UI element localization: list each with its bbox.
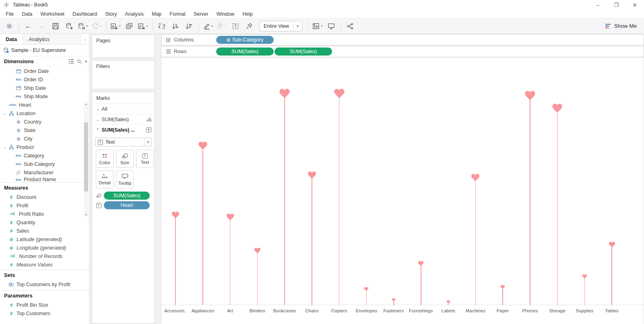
- dimension-order-id[interactable]: AbcOrder ID: [0, 75, 89, 84]
- dimension-heart[interactable]: =AbcHeart: [0, 101, 89, 109]
- rows-pill-0-sum-sales[interactable]: SUM(Sales): [216, 47, 274, 56]
- pages-shelf[interactable]: Pages: [92, 35, 155, 58]
- mark-stem-1[interactable]: [202, 150, 203, 305]
- show-mark-labels-icon[interactable]: T: [229, 20, 242, 32]
- x-axis-label-phones[interactable]: Phones: [516, 308, 544, 313]
- heart-mark-copiers[interactable]: [334, 89, 345, 99]
- x-axis-label-storage[interactable]: Storage: [543, 308, 572, 313]
- tab-data[interactable]: Data: [0, 34, 23, 44]
- mark-stem-6[interactable]: [339, 98, 340, 305]
- size-button[interactable]: Size: [116, 150, 134, 168]
- swap-rows-columns-icon[interactable]: [156, 20, 168, 32]
- columns-pill-sub-category[interactable]: ⊞Sub-Category: [216, 36, 274, 44]
- close-button[interactable]: ✕: [625, 0, 644, 10]
- dimension-state[interactable]: ⊕State: [0, 126, 89, 134]
- measure-measure-values[interactable]: #Measure Values: [0, 260, 89, 269]
- heart-mark-phones[interactable]: [524, 91, 536, 101]
- heart-mark-machines[interactable]: [471, 173, 480, 182]
- dimension-sub-category[interactable]: AbcSub-Category: [0, 160, 89, 168]
- dimension-country[interactable]: ⊕Country: [0, 118, 89, 126]
- show-me-button[interactable]: Show Me: [605, 23, 637, 29]
- heart-mark-appliances[interactable]: [198, 141, 208, 151]
- sort-descending-icon[interactable]: [183, 20, 195, 32]
- mark-stem-14[interactable]: [557, 113, 558, 305]
- filters-shelf[interactable]: Filters: [92, 60, 155, 89]
- x-axis-label-paper[interactable]: Paper: [489, 308, 517, 313]
- heart-mark-envelopes[interactable]: [364, 287, 369, 291]
- measure-quantity[interactable]: #Quantity: [0, 218, 89, 227]
- menu-window[interactable]: Window: [213, 10, 238, 19]
- show-hide-cards-icon[interactable]: ▾: [312, 20, 324, 32]
- scrollbar-thumb[interactable]: [84, 122, 88, 192]
- new-worksheet-icon[interactable]: ▾: [109, 20, 122, 32]
- caret-icon[interactable]: ⌃: [96, 128, 99, 132]
- dimension-order-date[interactable]: Order Date: [0, 67, 89, 75]
- x-axis-label-machines[interactable]: Machines: [461, 308, 489, 313]
- dimension-ship-mode[interactable]: AbcShip Mode: [0, 92, 89, 101]
- menu-format[interactable]: Format: [165, 10, 190, 19]
- heart-mark-labels[interactable]: [446, 300, 450, 304]
- measure-sales[interactable]: #Sales: [0, 227, 89, 235]
- menu-dashboard[interactable]: Dashboard: [68, 10, 101, 19]
- measure-number-of-records[interactable]: =#Number of Records: [0, 252, 89, 260]
- mark-stem-2[interactable]: [230, 220, 231, 305]
- color-button[interactable]: Color: [96, 150, 114, 168]
- x-axis-label-art[interactable]: Art: [216, 308, 244, 313]
- fit-caret-icon[interactable]: ▾: [293, 21, 302, 31]
- heart-mark-binders[interactable]: [254, 248, 261, 254]
- x-axis-label-copiers[interactable]: Copiers: [325, 308, 353, 313]
- scroll-up-icon[interactable]: ▲: [84, 101, 89, 106]
- save-icon[interactable]: [50, 20, 62, 32]
- expand-caret-icon[interactable]: ⌄: [3, 145, 6, 149]
- tableau-home-icon[interactable]: [3, 20, 15, 32]
- heart-mark-chairs[interactable]: [308, 171, 316, 180]
- mark-stem-0[interactable]: [175, 218, 176, 305]
- redo-icon[interactable]: →: [36, 20, 48, 32]
- parameter-profit-bin-size[interactable]: #Profit Bin Size: [0, 301, 89, 309]
- x-axis-label-chairs[interactable]: Chairs: [298, 308, 326, 313]
- columns-shelf[interactable]: Columns ⊞Sub-Category: [161, 34, 644, 45]
- x-axis-label-labels[interactable]: Labels: [434, 308, 462, 313]
- mark-stem-3[interactable]: [257, 253, 258, 305]
- x-axis-label-envelopes[interactable]: Envelopes: [352, 308, 380, 313]
- x-axis-label-fasteners[interactable]: Fasteners: [380, 308, 408, 313]
- restore-button[interactable]: ❐: [607, 0, 625, 10]
- fit-selector[interactable]: Entire View ▾: [259, 21, 302, 31]
- heart-mark-paper[interactable]: [500, 285, 505, 289]
- menu-analysis[interactable]: Analysis: [121, 10, 148, 19]
- x-axis-label-supplies[interactable]: Supplies: [570, 308, 599, 313]
- tooltip-button[interactable]: Tooltip: [116, 170, 134, 188]
- view-data-grid-icon[interactable]: [69, 59, 74, 64]
- undo-icon[interactable]: ←: [22, 20, 34, 32]
- menu-data[interactable]: Data: [18, 10, 36, 19]
- marks-card-row-2[interactable]: ⌃SUM(Sales) ...T: [92, 124, 155, 135]
- menu-help[interactable]: Help: [238, 10, 257, 19]
- mark-stem-11[interactable]: [475, 181, 476, 305]
- measure-latitude-generated-[interactable]: ⊕Latitude (generated): [0, 235, 89, 244]
- detail-button[interactable]: Detail: [96, 170, 114, 188]
- mark-stem-16[interactable]: [611, 247, 612, 305]
- new-data-source-icon[interactable]: [63, 20, 75, 32]
- dimension-location[interactable]: ⌄Location: [0, 109, 89, 118]
- expand-caret-icon[interactable]: ⌄: [3, 111, 6, 116]
- x-axis-label-appliances[interactable]: Appliances: [189, 308, 217, 313]
- minimize-button[interactable]: –: [588, 0, 607, 10]
- text-button[interactable]: T Text: [136, 150, 154, 168]
- set-top-customers-by-profit[interactable]: Top Customers by Profit: [0, 280, 89, 289]
- mark-stem-12[interactable]: [502, 289, 503, 305]
- menu-server[interactable]: Server: [190, 10, 213, 19]
- rows-shelf[interactable]: Rows SUM(Sales)SUM(Sales): [161, 46, 644, 57]
- x-axis-label-furnishings[interactable]: Furnishings: [407, 308, 435, 313]
- group-members-icon[interactable]: ▾: [216, 20, 228, 32]
- marks-pill-heart[interactable]: Heart: [104, 201, 150, 209]
- presentation-mode-icon[interactable]: [325, 20, 337, 32]
- menu-story[interactable]: Story: [101, 10, 121, 19]
- menu-map[interactable]: Map: [148, 10, 165, 19]
- duplicate-sheet-icon[interactable]: [123, 20, 135, 32]
- clear-sheet-icon[interactable]: ▾: [137, 20, 149, 32]
- heart-mark-tables[interactable]: [609, 241, 615, 248]
- run-update-icon[interactable]: ▾: [91, 20, 103, 32]
- share-icon[interactable]: [344, 20, 356, 32]
- heart-mark-art[interactable]: [226, 213, 234, 221]
- highlight-icon[interactable]: ▾: [202, 20, 214, 32]
